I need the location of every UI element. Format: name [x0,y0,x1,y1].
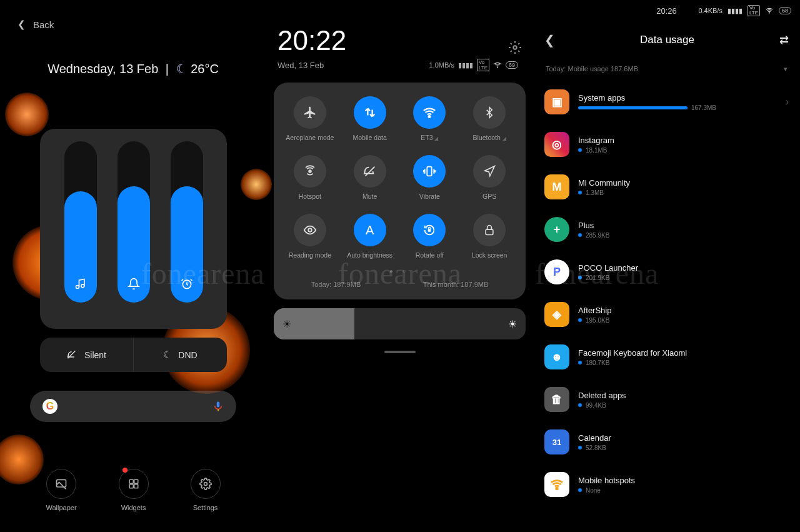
dropdown-icon[interactable]: ▾ [784,65,788,73]
toggle-icon [354,155,386,188]
app-name: Plus [578,221,789,230]
app-name: POCO Launcher [578,263,789,273]
swap-icon[interactable]: ⇄ [779,33,789,47]
page-title: Data usage [555,34,779,46]
app-name: Facemoji Keyboard for Xiaomi [578,348,789,358]
wallpaper-button[interactable]: Wallpaper [46,469,76,511]
toggle-hotspot[interactable]: Hotspot [280,155,340,200]
settings-gear-button[interactable] [508,41,522,54]
settings-label: Settings [193,504,218,511]
toggle-icon [473,214,506,246]
chevron-left-icon: ❮ [18,19,26,30]
status-time: 20:26 [656,6,677,16]
toggle-et3[interactable]: ET3 ◢ [400,96,460,141]
svg-point-0 [76,286,79,289]
svg-rect-8 [134,484,138,488]
dnd-button[interactable]: ☾ DND [134,338,227,372]
volume-slider-music[interactable] [62,141,99,316]
app-name: AfterShip [578,306,789,315]
app-name: System apps [578,93,777,103]
svg-rect-7 [129,484,133,488]
toggle-aeroplane-mode[interactable]: Aeroplane mode [280,96,340,141]
app-icon: ◎ [544,132,569,157]
app-row-mobile-hotspots[interactable]: Mobile hotspots None [542,463,791,506]
volume-slider-alarm[interactable] [168,141,206,316]
toggle-vibrate[interactable]: Vibrate [400,155,460,200]
svg-rect-16 [428,229,431,232]
app-icon: ◈ [544,302,569,327]
brightness-slider[interactable]: ☀ ☀ [274,308,526,339]
today-usage: Today: Mobile usage 187.6MB [546,65,638,73]
app-row-instagram[interactable]: ◎ Instagram 18.1MB [542,123,791,166]
app-row-system-apps[interactable]: ▣ System apps 167.3MB › [542,81,791,123]
app-size: None [586,487,601,494]
brightness-high-icon: ☀ [508,318,517,330]
svg-point-18 [769,13,769,13]
volte-icon: VoLTE [477,59,489,71]
app-row-aftership[interactable]: ◈ AfterShip 195.0KB [542,293,791,336]
toggle-mute[interactable]: Mute [340,155,400,200]
settings-button[interactable]: Settings [191,469,221,511]
toggle-icon [413,214,446,246]
toggle-lock-screen[interactable]: Lock screen [459,214,519,259]
toggle-label: Mute [362,193,377,200]
signal-icon: ▮▮▮▮ [728,7,742,15]
mic-icon[interactable] [212,399,224,413]
toggle-rotate-off[interactable]: Rotate off [400,214,460,259]
app-size: 167.3MB [691,104,716,111]
toggle-gps[interactable]: GPS [459,155,519,200]
toggle-label: ET3 ◢ [421,134,438,141]
app-row-facemoji-keyboard-for-xiaomi[interactable]: ☻ Facemoji Keyboard for Xiaomi 180.7KB [542,336,791,378]
widgets-icon [119,469,149,499]
svg-point-12 [429,116,431,118]
google-logo-icon: G [42,399,58,414]
widgets-button[interactable]: Widgets [119,469,149,511]
svg-rect-17 [486,229,493,234]
app-icon: M [544,174,569,199]
signal-icon: ▮▮▮▮ [458,61,473,69]
app-row-plus[interactable]: + Plus 285.9KB [542,208,791,251]
svg-point-11 [497,67,498,68]
widgets-label: Widgets [121,504,146,511]
app-row-mi-community[interactable]: M Mi Community 1.3MB [542,166,791,208]
toggle-label: Bluetooth ◢ [472,134,506,141]
clock: 20:22 [278,25,522,56]
google-search-bar[interactable]: G [30,391,236,422]
toggle-label: Mobile data [352,134,386,141]
nav-handle[interactable] [384,351,416,353]
toggle-icon [413,96,446,129]
silent-button[interactable]: Silent [40,338,134,372]
wifi-icon [493,61,502,69]
app-row-calendar[interactable]: 31 Calendar 52.8KB [542,421,791,463]
app-size: 18.1MB [586,147,607,154]
app-size: 285.9KB [586,232,609,239]
svg-rect-5 [129,479,133,483]
gear-icon [191,469,221,499]
toggle-auto-brightness[interactable]: AAuto brightness [340,214,400,259]
toggle-label: GPS [482,193,496,200]
chevron-right-icon: › [786,96,789,108]
app-row-deleted-apps[interactable]: 🗑 Deleted apps 99.4KB [542,378,791,421]
toggle-label: Auto brightness [347,251,392,259]
back-button[interactable]: ❮ Back [0,0,266,30]
volte-icon: VoLTE [748,5,760,16]
toggle-icon [354,96,386,129]
usage-month[interactable]: This month: 187.9MB [423,281,489,288]
app-name: Deleted apps [578,391,789,400]
app-icon: + [544,217,569,242]
volume-slider-ring[interactable] [115,141,152,316]
app-icon: ▣ [544,89,569,114]
wallpaper-icon [46,469,76,499]
back-icon[interactable]: ❮ [544,33,555,48]
toggle-reading-mode[interactable]: Reading mode [280,214,340,259]
app-row-poco-launcher[interactable]: P POCO Launcher 201.9KB [542,251,791,293]
moon-icon: ☾ [163,349,172,361]
page-indicator: ● ○ [280,268,519,274]
toggle-icon [294,155,326,188]
svg-point-15 [308,228,312,232]
usage-today[interactable]: Today: 187.9MB [311,281,361,288]
toggle-mobile-data[interactable]: Mobile data [340,96,400,141]
toggle-bluetooth[interactable]: Bluetooth ◢ [459,96,519,141]
svg-point-9 [204,483,207,486]
status-icons: 1.0MB/s ▮▮▮▮ VoLTE 69 [429,59,518,71]
